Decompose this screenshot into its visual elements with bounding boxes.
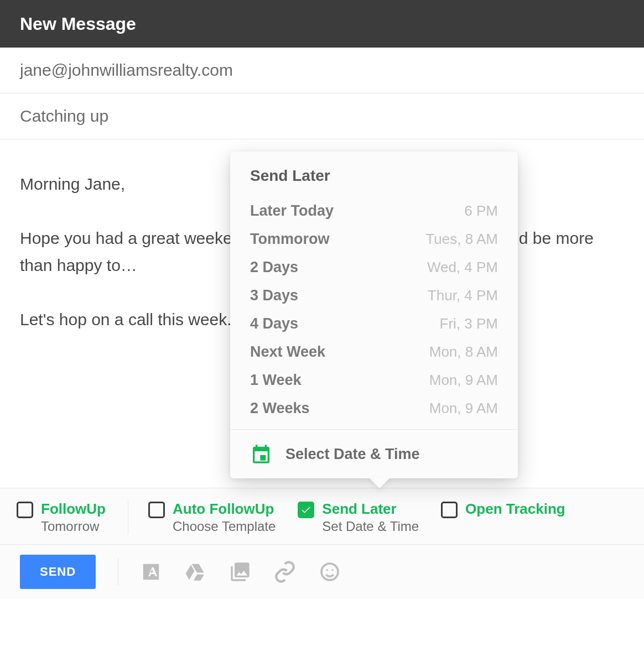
option-time: Wed, 4 PM <box>427 259 498 276</box>
option-subtitle: Tomorrow <box>41 519 106 534</box>
option-title: Send Later <box>322 500 419 518</box>
send-later-option[interactable]: Tommorow Tues, 8 AM <box>250 225 498 253</box>
send-button[interactable]: SEND <box>20 555 96 589</box>
to-field[interactable]: jane@johnwilliamsrealty.com <box>0 48 644 93</box>
option-label: 1 Week <box>250 372 302 389</box>
calendar-icon <box>250 443 272 465</box>
option-subtitle: Choose Template <box>173 519 276 534</box>
select-date-time-label: Select Date & Time <box>285 446 420 463</box>
checkbox-icon[interactable] <box>17 502 33 518</box>
followup-option[interactable]: FollowUp Tomorrow <box>17 500 106 534</box>
option-time: Mon, 9 AM <box>429 372 498 389</box>
option-label: 2 Weeks <box>250 400 310 417</box>
send-later-option[interactable]: 1 Week Mon, 9 AM <box>250 366 498 394</box>
option-time: Thur, 4 PM <box>428 287 498 304</box>
option-label: 2 Days <box>250 259 298 276</box>
send-later-option[interactable]: Next Week Mon, 8 AM <box>250 338 498 366</box>
checkbox-icon[interactable] <box>441 502 458 518</box>
send-later-popover: Send Later Later Today 6 PM Tommorow Tue… <box>230 152 518 478</box>
option-time: Mon, 9 AM <box>429 400 498 417</box>
popover-title: Send Later <box>250 167 498 185</box>
subject-value: Catching up <box>20 107 108 125</box>
option-time: Tues, 8 AM <box>425 231 498 248</box>
send-later-option[interactable]: Later Today 6 PM <box>250 197 498 225</box>
compose-title: New Message <box>20 14 136 34</box>
option-label: Later Today <box>250 202 334 220</box>
checkbox-icon[interactable] <box>148 502 165 518</box>
image-icon[interactable] <box>229 561 251 583</box>
open-tracking-option[interactable]: Open Tracking <box>441 500 565 534</box>
option-label: 4 Days <box>250 315 298 332</box>
divider <box>118 559 118 585</box>
option-title: Open Tracking <box>465 500 565 518</box>
option-time: 6 PM <box>464 202 498 220</box>
emoji-icon[interactable] <box>319 561 341 583</box>
select-date-time-button[interactable]: Select Date & Time <box>230 429 518 478</box>
svg-point-1 <box>326 569 328 571</box>
svg-point-2 <box>331 569 333 571</box>
option-subtitle: Set Date & Time <box>322 519 419 534</box>
auto-followup-option[interactable]: Auto FollowUp Choose Template <box>128 500 276 534</box>
compose-header: New Message <box>0 0 644 48</box>
option-title: Auto FollowUp <box>173 500 276 518</box>
options-bar: FollowUp Tomorrow Auto FollowUp Choose T… <box>0 488 644 544</box>
option-title: FollowUp <box>41 500 106 518</box>
option-label: Next Week <box>250 343 325 361</box>
send-later-option[interactable]: 3 Days Thur, 4 PM <box>250 281 498 310</box>
subject-field[interactable]: Catching up <box>0 93 644 139</box>
font-icon[interactable] <box>141 561 162 582</box>
svg-point-0 <box>321 564 338 580</box>
drive-icon[interactable] <box>184 561 207 582</box>
to-value: jane@johnwilliamsrealty.com <box>20 61 233 79</box>
checkbox-checked-icon[interactable] <box>298 502 314 518</box>
send-later-option[interactable]: 4 Days Fri, 3 PM <box>250 310 498 338</box>
option-time: Mon, 8 AM <box>429 343 498 361</box>
compose-toolbar: SEND <box>0 544 644 599</box>
option-label: Tommorow <box>250 231 330 248</box>
option-label: 3 Days <box>250 287 298 304</box>
link-icon[interactable] <box>273 560 297 583</box>
option-time: Fri, 3 PM <box>440 315 498 332</box>
send-later-option-toggle[interactable]: Send Later Set Date & Time <box>298 500 419 534</box>
send-later-option[interactable]: 2 Days Wed, 4 PM <box>250 253 498 281</box>
send-later-option[interactable]: 2 Weeks Mon, 9 AM <box>250 394 498 423</box>
